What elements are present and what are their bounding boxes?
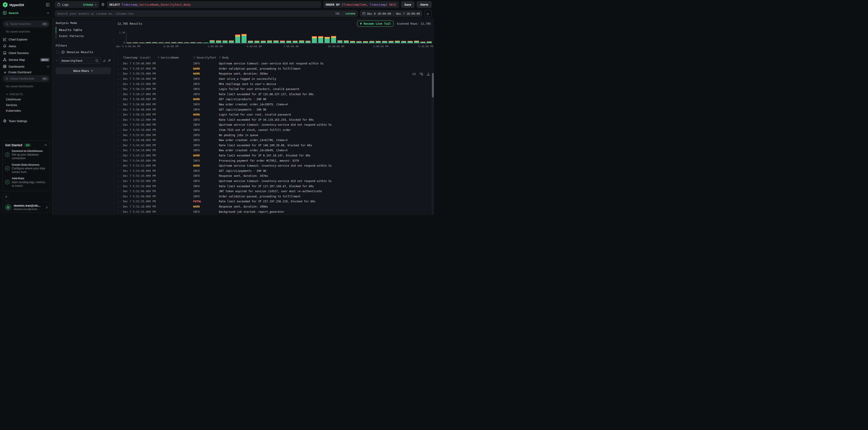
histogram-bar[interactable] xyxy=(203,33,208,43)
chevron-up-icon[interactable] xyxy=(47,12,49,14)
column-header-timestamp[interactable]: Timestamp (Local) xyxy=(123,56,157,59)
histogram-bar[interactable] xyxy=(178,33,183,43)
histogram-bar[interactable] xyxy=(382,33,387,43)
sidebar-item-alerts[interactable]: Alerts xyxy=(0,43,52,49)
histogram-bar[interactable] xyxy=(267,33,272,43)
histogram-bar[interactable] xyxy=(299,33,304,43)
histogram-bar[interactable] xyxy=(389,33,394,43)
table-row[interactable]: › Dec 7 5:53:02.000 PM INFO Upstream ser… xyxy=(114,178,434,184)
table-row[interactable]: › Dec 7 5:52:25.000 PM INFO Background j… xyxy=(114,209,434,214)
histogram-bar[interactable] xyxy=(401,33,406,43)
expand-row-icon[interactable]: › xyxy=(116,72,121,75)
expand-row-icon[interactable]: › xyxy=(116,180,121,183)
select-clause-input[interactable]: SELECT Timestamp,ServiceName,SeverityTex… xyxy=(107,1,321,8)
histogram-bar[interactable] xyxy=(146,33,151,43)
histogram-bar[interactable] xyxy=(376,33,381,43)
pin-icon[interactable] xyxy=(107,59,111,62)
help-button[interactable]: ? xyxy=(2,193,10,201)
save-button[interactable]: Save xyxy=(401,1,414,8)
resume-live-tail-button[interactable]: Resume Live Tail xyxy=(357,21,394,27)
table-row[interactable]: › Dec 7 5:52:28.000 PM WARN Response sen… xyxy=(114,204,434,209)
expand-row-icon[interactable]: › xyxy=(116,205,121,208)
table-row[interactable]: › Dec 7 5:56:48.000 PM INFO New order cr… xyxy=(114,102,434,107)
sidebar-item-team-settings[interactable]: Team Settings xyxy=(0,118,52,124)
expand-row-icon[interactable]: › xyxy=(116,195,121,198)
expand-row-icon[interactable]: › xyxy=(116,149,121,152)
chevron-up-icon[interactable] xyxy=(47,66,49,67)
expand-row-icon[interactable]: › xyxy=(116,108,121,111)
expand-row-icon[interactable]: › xyxy=(116,154,121,157)
histogram-bar[interactable] xyxy=(133,33,138,43)
histogram-bar[interactable] xyxy=(172,33,177,43)
histogram-bar[interactable] xyxy=(127,33,132,43)
expand-row-icon[interactable]: › xyxy=(116,62,121,65)
sidebar-item-service-map[interactable]: Service Map BETA xyxy=(0,56,52,63)
histogram-bar[interactable] xyxy=(407,33,412,43)
create-dashboard-button[interactable]: Create Dashboard xyxy=(0,70,52,75)
table-row[interactable]: › Dec 7 5:58:17.000 PM INFO Rate limit e… xyxy=(114,92,434,97)
histogram-bar[interactable] xyxy=(190,33,195,43)
histogram-bar[interactable] xyxy=(254,33,259,43)
source-settings-gear-icon[interactable] xyxy=(101,3,105,6)
histogram-bar[interactable] xyxy=(152,33,157,43)
table-row[interactable]: › Dec 7 5:55:19.000 PM INFO Item 7525 ou… xyxy=(114,128,434,133)
table-row[interactable]: › Dec 7 5:54:19.000 PM INFO New order cr… xyxy=(114,148,434,153)
saved-searches-search[interactable]: ⌘K xyxy=(3,21,50,27)
get-started-item[interactable]: ✓ Connect to ClickHouseSet up your datab… xyxy=(5,149,47,160)
order-by-input[interactable]: ORDER BY (TimestampTime, Timestamp) DESC xyxy=(323,1,399,8)
table-row[interactable]: › Dec 7 5:56:46.000 PM INFO GET /api/v1/… xyxy=(114,107,434,112)
table-row[interactable]: › Dec 7 5:55:38.000 PM INFO Upstream ser… xyxy=(114,122,434,128)
presets-toggle[interactable]: PRESETS xyxy=(6,93,52,96)
tab-results-table[interactable]: Results Table xyxy=(56,27,111,33)
expand-row-icon[interactable]: › xyxy=(116,103,121,106)
sidebar-collapse-icon[interactable] xyxy=(46,3,50,6)
histogram-bar[interactable] xyxy=(318,33,323,43)
expand-row-icon[interactable]: › xyxy=(116,67,121,70)
histogram-bar[interactable] xyxy=(158,33,163,43)
expand-row-icon[interactable]: › xyxy=(116,88,121,91)
sidebar-item-chart-explorer[interactable]: Chart Explorer xyxy=(0,36,52,43)
histogram-bar[interactable] xyxy=(280,33,285,43)
expand-row-icon[interactable]: › xyxy=(116,129,121,131)
table-row[interactable]: › Dec 7 5:56:49.000 PM WARN GET /api/v1/… xyxy=(114,97,434,102)
table-row[interactable]: › Dec 7 5:52:54.000 PM INFO Rate limit e… xyxy=(114,184,434,189)
expand-row-icon[interactable]: › xyxy=(116,113,121,116)
alerts-button[interactable]: Alerts xyxy=(416,1,432,8)
expand-row-icon[interactable]: › xyxy=(116,119,121,121)
column-header-severitytext[interactable]: ⠿SeverityText xyxy=(193,56,219,59)
table-row[interactable]: › Dec 7 5:53:34.000 PM INFO Response sen… xyxy=(114,173,434,178)
source-selector[interactable]: Logs Schema ▲▼ xyxy=(55,1,99,8)
expand-row-icon[interactable]: › xyxy=(116,164,121,167)
histogram-bar[interactable] xyxy=(235,33,240,43)
table-row[interactable]: › Dec 7 5:54:48.000 PM INFO New order cr… xyxy=(114,138,434,143)
histogram-bar[interactable] xyxy=(165,33,170,43)
expand-row-icon[interactable]: › xyxy=(116,83,121,86)
table-row[interactable]: › Dec 7 5:52:40.000 PM INFO Order valida… xyxy=(114,194,434,199)
table-row[interactable]: › Dec 7 5:52:46.000 PM INFO JWT token ex… xyxy=(114,189,434,194)
expand-row-icon[interactable]: › xyxy=(116,144,121,147)
histogram-bar[interactable] xyxy=(363,33,368,43)
expand-row-icon[interactable]: › xyxy=(116,98,121,101)
table-row[interactable]: › Dec 7 5:54:43.000 PM INFO Rate limit e… xyxy=(114,143,434,148)
expand-row-icon[interactable]: › xyxy=(116,124,121,126)
table-row[interactable]: › Dec 7 5:56:12.000 PM INFO Rate limit e… xyxy=(114,117,434,123)
histogram-bar[interactable] xyxy=(414,33,419,43)
histogram-bar[interactable] xyxy=(261,33,266,43)
code-view-icon[interactable] xyxy=(412,73,416,75)
bar-chart-icon[interactable] xyxy=(102,59,106,62)
histogram-bar[interactable] xyxy=(312,33,317,43)
histogram-bar[interactable] xyxy=(356,33,362,43)
expand-row-icon[interactable]: › xyxy=(116,185,121,188)
histogram-bar[interactable] xyxy=(324,33,330,43)
histogram-bar[interactable] xyxy=(395,33,400,43)
histogram-bar[interactable] xyxy=(210,33,215,43)
table-row[interactable]: › Dec 7 5:54:13.000 PM WARN Rate limit e… xyxy=(114,153,434,158)
histogram-bar[interactable] xyxy=(216,33,221,43)
expand-row-icon[interactable]: › xyxy=(116,159,121,162)
get-started-item[interactable]: ✓ Create Data SourcesConfigure where you… xyxy=(5,163,47,174)
table-row[interactable]: › Dec 7 5:59:48.000 PM INFO Upstream ser… xyxy=(114,61,434,66)
time-range-picker[interactable]: Dec 6 18:00:00 - Dec 7 18:00:00 xyxy=(360,10,423,17)
sidebar-item-dashboards[interactable]: Dashboards xyxy=(0,63,52,70)
drag-handle-icon[interactable]: ⠿ xyxy=(219,56,221,59)
saved-dashboards-input[interactable] xyxy=(10,77,39,80)
